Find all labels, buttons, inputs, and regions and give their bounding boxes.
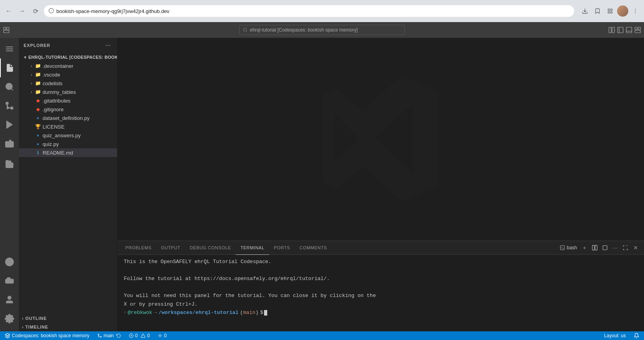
menu-icon[interactable]	[630, 6, 641, 17]
back-button[interactable]: ←	[3, 6, 14, 17]
svg-point-12	[244, 28, 247, 32]
tree-file-gitignore[interactable]: ◆ .gitignore	[19, 105, 117, 114]
topbar-layout-icon[interactable]	[3, 27, 9, 33]
panel-maximize-button[interactable]	[620, 243, 631, 253]
svg-rect-37	[560, 246, 565, 250]
tab-terminal[interactable]: TERMINAL	[236, 241, 269, 255]
svg-point-34	[9, 281, 10, 282]
tree-file-license[interactable]: 🏆 LICENSE	[19, 122, 117, 131]
tree-file-gitattributes[interactable]: ◆ .gitattributes	[19, 96, 117, 105]
download-icon[interactable]	[579, 6, 590, 17]
svg-rect-19	[635, 27, 637, 30]
activity-settings[interactable]	[0, 309, 19, 328]
activity-search[interactable]	[0, 77, 19, 96]
tree-file-quiz-answers[interactable]: ● quiz_answers.py	[19, 131, 117, 140]
split-editor-icon[interactable]	[609, 27, 615, 33]
tab-output[interactable]: OUTPUT	[156, 241, 185, 255]
tree-file-dataset[interactable]: ● dataset_definition.py	[19, 114, 117, 122]
root-label: EHRQL-TUTORIAL [CODESPACES: BOOKISH SPAC…	[28, 55, 117, 60]
activity-account[interactable]	[0, 290, 19, 309]
markdown-icon: ℹ	[35, 149, 41, 156]
no-arrow	[28, 123, 35, 130]
no-arrow	[28, 115, 35, 121]
vscode-main: EXPLORER ··· ▼ EHRQL-TUTORIAL [CODESPACE…	[0, 38, 644, 331]
tree-file-quiz[interactable]: ● quiz.py	[19, 140, 117, 148]
svg-point-41	[100, 336, 101, 338]
outline-arrow: ›	[22, 316, 24, 321]
svg-point-23	[11, 107, 13, 109]
tab-ports[interactable]: PORTS	[269, 241, 295, 255]
folder-icon: 📁	[35, 63, 41, 69]
tree-root[interactable]: ▼ EHRQL-TUTORIAL [CODESPACES: BOOKISH SP…	[19, 53, 117, 62]
reload-button[interactable]: ⟳	[30, 6, 41, 17]
close-panel-button[interactable]: ✕	[631, 243, 641, 253]
activity-remote[interactable]	[0, 252, 19, 271]
tree-file-readme[interactable]: ℹ README.md	[19, 148, 117, 157]
status-layout[interactable]: Layout: us	[603, 333, 627, 338]
tree-folder-devcontainer[interactable]: › 📁 .devcontainer	[19, 62, 117, 70]
svg-marker-25	[7, 121, 12, 128]
terminal-line-2	[124, 267, 638, 275]
status-branch[interactable]: main	[96, 333, 123, 338]
svg-rect-17	[626, 27, 632, 33]
extensions-icon[interactable]	[605, 6, 616, 17]
activity-explorer[interactable]	[0, 58, 19, 77]
prompt-paren-close: )	[255, 309, 259, 317]
terminal-panel: PROBLEMS OUTPUT DEBUG CONSOLE TERMINAL P…	[117, 241, 644, 331]
svg-rect-14	[612, 27, 614, 33]
python-icon: ●	[35, 141, 41, 147]
terminal-prompt: ○ @rebkwok → /workspaces/ehrql-tutorial …	[124, 309, 638, 317]
activity-bar-bottom	[0, 252, 19, 328]
tab-problems[interactable]: PROBLEMS	[121, 241, 156, 255]
folder-label: .vscode	[43, 72, 60, 78]
svg-point-7	[635, 11, 636, 11]
no-arrow	[28, 149, 35, 156]
sidebar-header-icons: ···	[104, 41, 112, 50]
customize-layout-icon[interactable]	[635, 27, 641, 33]
url-text: bookish-space-memory-qg9rj7jvw42jr4.gith…	[56, 8, 169, 14]
terminal-line-5: You will not need this panel for the tut…	[124, 292, 638, 300]
tab-comments[interactable]: COMMENTS	[295, 241, 331, 255]
status-ports[interactable]: 0	[156, 333, 168, 338]
more-actions-button[interactable]: ···	[610, 243, 620, 253]
tree-folder-dummy_tables[interactable]: › 📁 dummy_tables	[19, 88, 117, 96]
no-arrow	[28, 132, 35, 138]
activity-run[interactable]	[0, 115, 19, 134]
status-codespaces[interactable]: Codespaces: bookish space memory	[3, 333, 91, 338]
svg-point-35	[8, 296, 11, 299]
avatar[interactable]	[617, 6, 628, 17]
kill-terminal-button[interactable]	[600, 243, 610, 253]
sidebar-bottom: › OUTLINE › TIMELINE	[19, 314, 117, 331]
vscode-watermark	[314, 71, 448, 207]
activity-menu[interactable]	[0, 39, 19, 58]
tree-folder-vscode[interactable]: › 📁 .vscode	[19, 70, 117, 79]
activity-test[interactable]	[0, 155, 19, 174]
activity-docker[interactable]	[0, 271, 19, 290]
status-errors[interactable]: 0 0	[127, 333, 151, 338]
tab-debug-console[interactable]: DEBUG CONSOLE	[185, 241, 236, 255]
toggle-sidebar-icon[interactable]	[617, 27, 624, 33]
toggle-panel-icon[interactable]	[626, 27, 632, 33]
svg-point-6	[635, 9, 636, 9]
tree-folder-codelists[interactable]: › 📁 codelists	[19, 79, 117, 88]
activity-extensions[interactable]	[0, 134, 19, 153]
svg-rect-5	[610, 11, 612, 13]
folder-arrow: ›	[28, 71, 35, 78]
status-notifications[interactable]	[632, 333, 641, 338]
vscode-search-bar[interactable]: ehrql-tutorial [Codespaces: bookish spac…	[239, 25, 405, 35]
new-terminal-button[interactable]: +	[579, 243, 590, 253]
forward-button[interactable]: →	[17, 6, 28, 17]
bookmark-icon[interactable]	[592, 6, 603, 17]
activity-source-control[interactable]	[0, 96, 19, 115]
address-bar[interactable]: i bookish-space-memory-qg9rj7jvw42jr4.gi…	[43, 5, 575, 17]
status-bar-left: Codespaces: bookish space memory main 0 …	[3, 333, 168, 338]
prompt-dollar: $	[260, 309, 263, 317]
timeline-header[interactable]: › TIMELINE	[19, 323, 117, 331]
split-terminal-button[interactable]	[590, 243, 600, 253]
outline-header[interactable]: › OUTLINE	[19, 314, 117, 323]
prompt-user: @rebkwok	[128, 309, 152, 317]
folder-arrow: ›	[28, 63, 35, 69]
new-file-button[interactable]: ···	[104, 41, 112, 50]
no-arrow	[28, 141, 35, 147]
folder-label: codelists	[43, 80, 63, 86]
